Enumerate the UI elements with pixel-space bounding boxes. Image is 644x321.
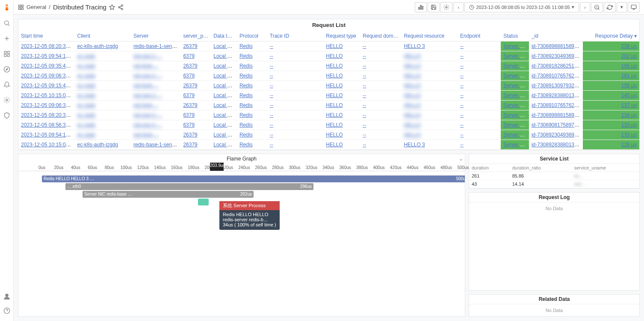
svg-rect-3: [4, 54, 6, 56]
flame-bar[interactable]: [198, 199, 209, 205]
no-data-text: No Data: [469, 304, 639, 316]
flame-bar[interactable]: Redis HELLO HELLO 3 …500us: [42, 175, 465, 182]
flame-bar[interactable]: Server NIC redis-base …202us: [83, 191, 254, 198]
svg-rect-10: [21, 5, 23, 6]
panel-title-request-list: Request List: [18, 19, 639, 31]
star-icon[interactable]: [109, 4, 115, 10]
breadcrumb[interactable]: General / Distributed Tracing: [18, 3, 124, 11]
ruler-marker: 203.9us: [210, 163, 224, 171]
column-header[interactable]: Start time: [18, 31, 75, 42]
no-data-text: No Data: [469, 202, 639, 214]
column-header[interactable]: Data type: [211, 31, 237, 42]
user-icon[interactable]: [3, 293, 11, 300]
table-row[interactable]: 2023-12-05 09:15:41.949…ec zgdgred tinel…: [18, 81, 639, 91]
svg-rect-19: [631, 5, 636, 8]
table-row[interactable]: 2023-12-05 10:15:01.956…ec zgdgred ave-2…: [18, 91, 639, 101]
column-header[interactable]: duration: [469, 164, 510, 172]
column-header[interactable]: Protocol: [237, 31, 267, 42]
svg-rect-9: [19, 5, 21, 6]
chevron-down-icon[interactable]: ⌄: [459, 156, 463, 162]
panel-title-request-log: Request Log: [469, 193, 639, 202]
service-list-panel: Service List durationduration_ratioservi…: [469, 154, 640, 189]
flame-bar[interactable]: … eth0296us: [65, 183, 313, 190]
column-header[interactable]: Request domain: [360, 31, 401, 42]
flame-ruler: 0us20us40us60us80us100us120us140us160us1…: [18, 163, 465, 171]
gear-icon[interactable]: [3, 97, 10, 104]
table-row[interactable]: 2023-12-05 08:20:31.949…ec-k8s-auth-izgd…: [18, 42, 639, 51]
svg-point-15: [121, 8, 123, 10]
refresh-icon[interactable]: [604, 2, 616, 12]
time-prev-icon[interactable]: ‹: [453, 2, 464, 12]
flame-body[interactable]: Server NIC redis-base …202us… eth0296usR…: [18, 171, 465, 316]
table-row[interactable]: 26185.86ec…: [469, 172, 639, 180]
apps-icon: [18, 4, 24, 10]
flame-tooltip: 系统 Server Process Redis HELLO HELLO redi…: [219, 201, 280, 230]
svg-point-14: [118, 6, 120, 8]
settings-icon[interactable]: [440, 2, 452, 12]
svg-point-6: [6, 99, 8, 101]
panel-title-related-data: Related Data: [469, 294, 639, 304]
left-sidebar: [0, 0, 14, 321]
flame-graph-panel: Flame Graph ⌄ 0us20us40us60us80us100us12…: [18, 154, 465, 317]
column-header[interactable]: Status: [501, 31, 529, 42]
svg-rect-2: [7, 51, 9, 54]
column-header[interactable]: Request resource: [401, 31, 458, 42]
column-header[interactable]: Request type: [323, 31, 360, 42]
panel-add-icon[interactable]: [415, 2, 427, 12]
column-header[interactable]: Response Delay ▾: [583, 31, 639, 42]
column-header[interactable]: Endpoint: [458, 31, 501, 42]
request-list-table: Start timeClientServerserver_portData ty…: [18, 31, 639, 150]
table-row[interactable]: 2023-12-05 09:06:38.156…ec zgdgred ave-2…: [18, 71, 639, 81]
svg-rect-12: [21, 8, 23, 9]
table-row[interactable]: 2023-12-05 09:35:49.748…ec zgdgred tinel…: [18, 61, 639, 71]
timerange-picker[interactable]: 2023-12-05 08:08:05 to 2023-12-05 11:08:…: [464, 2, 579, 12]
column-header[interactable]: _id: [529, 31, 583, 42]
refresh-dropdown-icon[interactable]: ▾: [617, 2, 627, 12]
request-list-panel: Request List Start timeClientServerserve…: [18, 19, 640, 150]
table-row[interactable]: 2023-12-05 09:54:18.762…ec zgdgred ave-2…: [18, 51, 639, 61]
svg-point-13: [121, 5, 123, 6]
plus-icon[interactable]: [3, 35, 10, 42]
column-header[interactable]: duration_ratio: [510, 164, 572, 172]
svg-point-16: [446, 6, 448, 8]
dashboards-icon[interactable]: [3, 51, 10, 57]
table-row[interactable]: 2023-12-05 10:15:01.949…ec-k8s-auth-izgd…: [18, 140, 639, 150]
explore-icon[interactable]: [3, 66, 10, 73]
related-data-panel: Related Data No Data: [469, 294, 640, 317]
svg-point-5: [4, 66, 9, 72]
table-row[interactable]: 2023-12-05 08:56:35.654…ec zgdgred ave-2…: [18, 120, 639, 130]
table-row[interactable]: 2023-12-05 09:06:38.148…ec zgdgred tinel…: [18, 101, 639, 110]
panel-title-service-list: Service List: [469, 154, 639, 164]
save-icon[interactable]: [428, 2, 440, 12]
table-row[interactable]: 2023-12-05 09:54:18.752…ec zgdgred tinel…: [18, 130, 639, 140]
bell-icon[interactable]: [3, 81, 10, 88]
grafana-logo-icon[interactable]: [3, 3, 11, 11]
request-log-panel: Request Log No Data: [469, 192, 640, 291]
column-header[interactable]: Trace ID: [267, 31, 324, 42]
search-icon[interactable]: [3, 20, 10, 27]
svg-rect-11: [19, 8, 21, 9]
shield-icon[interactable]: [3, 112, 10, 119]
table-row[interactable]: 2023-12-05 08:20:31.958…ec zgdgred ave-2…: [18, 110, 639, 120]
monitor-icon[interactable]: [628, 2, 640, 12]
help-icon[interactable]: [3, 307, 10, 314]
column-header[interactable]: Client: [75, 31, 131, 42]
column-header[interactable]: Server: [131, 31, 180, 42]
svg-rect-4: [7, 54, 9, 56]
column-header[interactable]: service_uname: [572, 164, 639, 172]
breadcrumb-section[interactable]: General: [27, 4, 46, 10]
service-list-table: durationduration_ratioservice_uname 2618…: [469, 164, 639, 188]
column-header[interactable]: server_port: [180, 31, 211, 42]
share-icon[interactable]: [118, 4, 124, 10]
svg-point-0: [4, 21, 8, 25]
zoom-out-icon[interactable]: [591, 2, 603, 12]
timerange-label: 2023-12-05 08:08:05 to 2023-12-05 11:08:…: [476, 5, 570, 10]
chevron-down-icon: ▾: [572, 4, 574, 10]
table-row[interactable]: 4314.14red…: [469, 180, 639, 188]
time-next-icon[interactable]: ›: [580, 2, 590, 12]
svg-rect-1: [4, 51, 6, 54]
panel-title-flame: Flame Graph: [227, 156, 257, 162]
page-title: Distributed Tracing: [53, 3, 106, 11]
topbar: General / Distributed Tracing ‹ 2023-12-…: [14, 0, 644, 15]
svg-point-7: [5, 294, 9, 297]
